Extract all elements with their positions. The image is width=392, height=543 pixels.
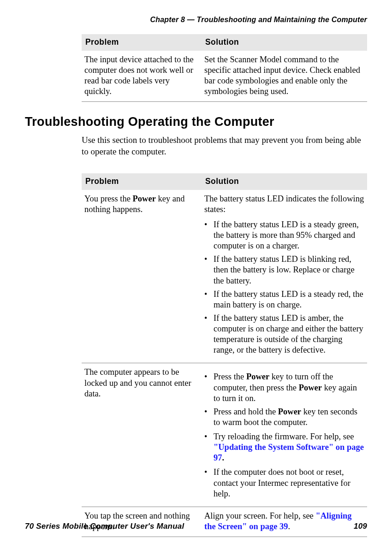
power-key-bold: Power: [246, 372, 269, 381]
section-intro: Use this section to troubleshoot problem…: [82, 135, 367, 157]
troubleshoot-table-1: Problem Solution The input device attach…: [82, 34, 367, 102]
manual-title: 70 Series Mobile Computer User's Manual: [25, 522, 184, 531]
col-solution: Solution: [202, 173, 367, 190]
page-number: 109: [354, 522, 367, 531]
list-item: If the battery status LED is amber, the …: [204, 313, 364, 356]
bullet-list: Press the Power key to turn off the comp…: [204, 372, 364, 499]
text: .: [222, 453, 224, 462]
text: You press the: [84, 194, 133, 203]
solution-cell: Press the Power key to turn off the comp…: [202, 363, 367, 507]
power-key-bold: Power: [299, 383, 322, 392]
text: Try reloading the firmware. For help, se…: [214, 432, 354, 441]
chapter-header: Chapter 8 — Troubleshooting and Maintain…: [25, 16, 367, 24]
solution-cell: Set the Scanner Model command to the spe…: [202, 51, 367, 102]
problem-cell: You press the Power key and nothing happ…: [82, 190, 202, 363]
troubleshoot-table-2: Problem Solution You press the Power key…: [82, 173, 367, 537]
list-item: Press and hold the Power key ten seconds…: [204, 407, 364, 428]
section-heading: Troubleshooting Operating the Computer: [25, 115, 367, 129]
table-row: The computer appears to be locked up and…: [82, 363, 367, 507]
col-solution: Solution: [202, 34, 367, 51]
col-problem: Problem: [82, 34, 202, 51]
problem-cell: The input device attached to the compute…: [82, 51, 202, 102]
power-key-bold: Power: [278, 407, 301, 416]
list-item: Try reloading the firmware. For help, se…: [204, 431, 364, 463]
problem-cell: The computer appears to be locked up and…: [82, 363, 202, 507]
link-updating-system-software[interactable]: "Updating the System Software" on page 9…: [214, 443, 364, 462]
list-item: If the battery status LED is blinking re…: [204, 254, 364, 286]
list-item: Press the Power key to turn off the comp…: [204, 372, 364, 403]
table-row: The input device attached to the compute…: [82, 51, 367, 102]
power-key-bold: Power: [133, 194, 156, 203]
solution-cell: The battery status LED indicates the fol…: [202, 190, 367, 363]
text: Align your screen. For help, see: [204, 511, 315, 520]
table-row: You press the Power key and nothing happ…: [82, 190, 367, 363]
list-item: If the computer does not boot or reset, …: [204, 467, 364, 499]
text: Press the: [214, 372, 246, 381]
list-item: If the battery status LED is a steady gr…: [204, 219, 364, 251]
page-footer: 70 Series Mobile Computer User's Manual …: [25, 522, 367, 531]
col-problem: Problem: [82, 173, 202, 190]
list-item: If the battery status LED is a steady re…: [204, 289, 364, 310]
solution-intro: The battery status LED indicates the fol…: [204, 194, 364, 215]
text: Press and hold the: [214, 407, 278, 416]
bullet-list: If the battery status LED is a steady gr…: [204, 219, 364, 356]
